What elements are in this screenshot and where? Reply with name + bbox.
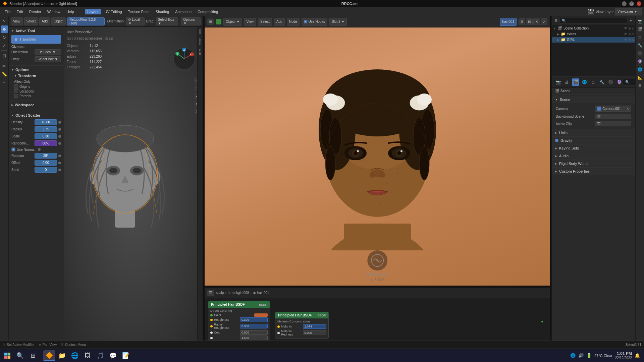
- render-select-btn[interactable]: Select: [258, 18, 272, 26]
- tool-annotate[interactable]: ✏: [1, 62, 8, 70]
- slot-dropdown[interactable]: Slot 2 ▼: [329, 18, 347, 26]
- side-tab-view[interactable]: View: [198, 37, 203, 47]
- girl-vis-1[interactable]: 👁: [624, 38, 627, 42]
- extras-vis-2[interactable]: 🖱: [628, 32, 631, 36]
- prop-world-icon[interactable]: 🌐: [581, 78, 588, 86]
- active-clip-value[interactable]: 🎬: [595, 121, 631, 126]
- seed-dot[interactable]: [58, 169, 61, 171]
- render-header-menu[interactable]: ☰: [207, 18, 214, 25]
- menu-file[interactable]: File: [2, 9, 13, 14]
- prop-object-icon[interactable]: ◻: [589, 78, 597, 86]
- active-tool-title[interactable]: ▼ Active Tool: [11, 29, 61, 33]
- tool-move[interactable]: ✥: [1, 25, 8, 33]
- word-taskbar[interactable]: 📝: [120, 350, 132, 361]
- extras-item[interactable]: ▶ 📁 extras 👁 🖱 ⎋: [552, 31, 635, 37]
- camera-value[interactable]: Camera.001 ✕: [595, 106, 631, 112]
- tool-measure[interactable]: 📏: [1, 70, 8, 78]
- gizmo-overlay[interactable]: X Y Z: [172, 47, 196, 70]
- scene-icon[interactable]: 🎬: [588, 8, 594, 15]
- strip-icon-2[interactable]: 🎬: [636, 25, 644, 33]
- select-box-dropdown[interactable]: Select Box ▼: [156, 17, 178, 25]
- prop-modifier-icon[interactable]: 🔧: [598, 78, 605, 86]
- bg-scene-value[interactable]: 🎬: [595, 114, 631, 119]
- btn-object[interactable]: Object: [51, 17, 66, 25]
- explorer-taskbar[interactable]: 📁: [56, 350, 68, 361]
- val1-value[interactable]: 1.550: [240, 336, 268, 340]
- network-icon[interactable]: 🌐: [570, 353, 576, 358]
- tool-cursor[interactable]: ↖: [1, 17, 8, 25]
- menu-render[interactable]: Render: [26, 9, 44, 14]
- girl-vis-2[interactable]: 🖱: [628, 38, 631, 42]
- menu-shading[interactable]: Shading: [153, 9, 172, 14]
- close-button[interactable]: ✕: [637, 1, 641, 6]
- workspace-title[interactable]: ▶ Workspace: [11, 103, 61, 107]
- strip-icon-3[interactable]: ◻: [636, 34, 644, 41]
- girl-item[interactable]: ▶ 📁 GIRL 👁 🖱 ⎋: [552, 37, 635, 43]
- melanin-value[interactable]: 1.074: [303, 324, 327, 329]
- tool-rotate[interactable]: ↻: [1, 34, 8, 41]
- material-name-btn[interactable]: hair.001: [500, 18, 517, 26]
- render-icon-2[interactable]: ⊟: [526, 18, 533, 25]
- search-taskbar[interactable]: 🔍: [14, 350, 26, 361]
- node-editor-canvas[interactable]: Principled Hair BSDF BSDF Direct Colorin…: [205, 298, 550, 341]
- render-view[interactable]: RRCG.cn 人人素材: [205, 27, 550, 286]
- strip-icon-1[interactable]: 📷: [636, 17, 644, 25]
- transform-tool-btn[interactable]: ⊞ Transform: [11, 35, 61, 44]
- roughness-value[interactable]: 0.300: [240, 317, 268, 322]
- melanin-red-value[interactable]: 0.000: [303, 330, 327, 335]
- local-dropdown[interactable]: ⟳ Local ▼: [126, 17, 145, 25]
- strip-icon-7[interactable]: 🌐: [636, 66, 644, 73]
- discord-taskbar[interactable]: 💬: [107, 350, 119, 361]
- blender-taskbar[interactable]: 🔶: [43, 350, 55, 361]
- transform-subsection-title[interactable]: ▼ Transform: [11, 74, 61, 78]
- breadcrumb-hair[interactable]: hair.001: [257, 291, 269, 295]
- menu-help[interactable]: Help: [64, 9, 77, 14]
- object-scatter-title[interactable]: ▼ Object Scatter: [11, 113, 61, 117]
- camera-clear-btn[interactable]: ✕: [626, 107, 629, 111]
- sc-vis-1[interactable]: 👁: [624, 26, 627, 30]
- side-tab-tool[interactable]: Tool: [198, 27, 203, 37]
- render-object-btn[interactable]: Object ▼: [223, 18, 242, 26]
- node-menu-btn[interactable]: ☰: [207, 290, 214, 296]
- btn-add[interactable]: Add: [39, 17, 50, 25]
- maximize-button[interactable]: □: [629, 1, 634, 6]
- prop-scene-icon[interactable]: 🎬: [572, 78, 579, 86]
- options-title[interactable]: ▼ Options: [11, 68, 61, 72]
- render-icon-4[interactable]: ⤢: [541, 18, 547, 25]
- audio-header[interactable]: ▶ Audio: [552, 152, 635, 160]
- rotation-dot[interactable]: [58, 155, 61, 157]
- sc-vis-2[interactable]: 🖱: [628, 26, 631, 30]
- btn-select[interactable]: Select: [24, 17, 38, 25]
- minimize-button[interactable]: —: [622, 1, 627, 6]
- menu-animation[interactable]: Animation: [172, 9, 194, 14]
- view-layer-dropdown[interactable]: ViewLayer ▼: [615, 8, 642, 15]
- menu-layout[interactable]: Layout: [85, 9, 101, 14]
- radius-dot[interactable]: [58, 128, 61, 131]
- render-icon-3[interactable]: ✕: [533, 18, 540, 25]
- strip-icon-8[interactable]: 📐: [636, 74, 644, 81]
- parents-checkbox[interactable]: [14, 94, 18, 98]
- gravity-checkbox[interactable]: ✓: [555, 139, 558, 142]
- offset-value[interactable]: 0.00: [35, 160, 57, 166]
- drag-value[interactable]: Select Box ▼: [35, 56, 61, 62]
- custom-props-header[interactable]: ▶ Custom Properties: [552, 168, 635, 175]
- taskview-taskbar[interactable]: ⊞: [27, 350, 39, 361]
- menu-uv[interactable]: UV Editing: [102, 9, 125, 14]
- notification-icon[interactable]: 🔔: [635, 353, 640, 358]
- seed-value[interactable]: 0: [35, 167, 57, 173]
- outliner-filter[interactable]: ▼: [629, 19, 633, 22]
- random-dot[interactable]: [58, 142, 61, 145]
- use-nodes-toggle[interactable]: ✓ Use Nodes: [302, 18, 327, 26]
- keying-header[interactable]: ▶ Keying Sets: [552, 144, 635, 152]
- rotation-value[interactable]: 29°: [35, 153, 57, 159]
- density-value[interactable]: 10.00: [35, 119, 57, 125]
- scale-dot[interactable]: [58, 135, 61, 138]
- menu-texture[interactable]: Texture Paint: [125, 9, 152, 14]
- props-search[interactable]: 🔍: [623, 79, 635, 85]
- breadcrumb-scalp[interactable]: scalp: [216, 291, 224, 295]
- battery-icon[interactable]: 🔋: [586, 353, 592, 358]
- color-swatch[interactable]: [254, 313, 268, 317]
- prop-particles-icon[interactable]: ⚫: [607, 78, 614, 86]
- 3d-viewport[interactable]: User Perspective (27) dreads accessories…: [64, 27, 203, 341]
- sc-arrow[interactable]: ▼: [553, 27, 556, 30]
